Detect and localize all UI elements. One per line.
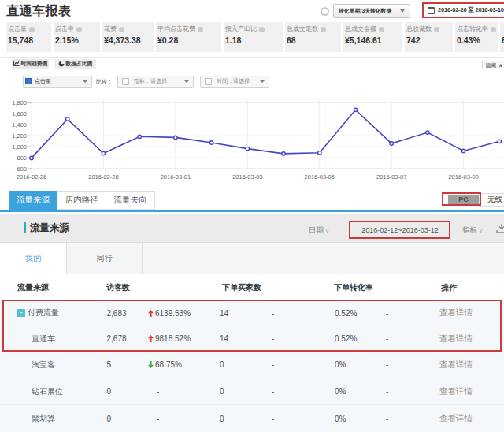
compare-metric-checkbox[interactable] (122, 78, 129, 85)
x-tick-label: 2016-03-07 (376, 173, 406, 181)
line-chart-icon (13, 61, 20, 66)
compare-time-checkbox[interactable] (205, 78, 212, 85)
help-icon[interactable] (76, 27, 82, 32)
download-icon[interactable] (496, 224, 504, 234)
data-point[interactable] (246, 147, 249, 150)
hide-chart-button[interactable]: 隐藏 ∧ (482, 61, 504, 69)
column-header: 下单买家数 (217, 274, 268, 300)
help-icon[interactable] (379, 27, 384, 32)
visitors-trend-value: 68.75% (155, 360, 182, 369)
tab-instore-path[interactable]: 店内路径 (57, 191, 106, 210)
data-point[interactable] (282, 152, 285, 155)
visitors-trend-cell: - (146, 378, 217, 404)
y-tick-label: 1,000 (12, 143, 27, 151)
kpi-value: 2.15% (55, 35, 100, 45)
view-detail-link[interactable]: 查看详情 (439, 413, 472, 424)
compare-time-dropdown[interactable]: 时间：请选择 (200, 76, 269, 88)
annotation-box-section-date (349, 221, 450, 239)
zhitongche-report-page: 直通车报表 转化周期:3天转化数据 2016-02-26 至 2016-03-1… (0, 0, 504, 432)
conversion-cycle-dropdown[interactable]: 转化周期:3天转化数据 (333, 4, 410, 18)
column-header: 操作 (437, 274, 504, 300)
kpi-cell: 花费¥4,373.38 (102, 22, 154, 52)
annotation-box-date-top (422, 2, 504, 18)
data-point[interactable] (174, 136, 177, 139)
tab-traffic-source[interactable]: 流量来源 (9, 191, 57, 210)
tab-data-pie-chart[interactable]: 数据占比图 (54, 59, 96, 69)
conversion-cell: 0% (331, 405, 382, 432)
y-tick-label: 1,600 (12, 110, 27, 117)
column-header: 流量来源 (0, 274, 79, 300)
kpi-label: 花费 (104, 26, 154, 32)
table-row: 淘宝客568.75%0-0%-查看详情 (0, 352, 504, 378)
data-point[interactable] (354, 108, 357, 111)
compare-label: 比较： (96, 78, 113, 86)
view-detail-link[interactable]: 查看详情 (439, 359, 472, 371)
help-icon[interactable] (321, 7, 329, 16)
kpi-label: 总成交金额 (345, 26, 402, 32)
compare-metric-dropdown[interactable]: 指标：请选择 (117, 76, 194, 88)
kpi-cell: 点击转化率0.43% (455, 22, 498, 52)
kpi-value: 15,748 (8, 35, 51, 45)
x-tick-label: 2016-02-28 (88, 173, 118, 181)
conversion-cell: 0% (331, 378, 382, 404)
data-point[interactable] (390, 142, 393, 145)
action-cell: 查看详情 (437, 405, 504, 432)
kpi-cell: 总成交笔数68 (285, 22, 341, 52)
help-icon[interactable] (434, 27, 439, 32)
chevron-down-icon: ∨ (479, 228, 483, 233)
chevron-down-icon (400, 9, 405, 13)
tabbar-underline (0, 210, 504, 212)
data-point[interactable] (461, 149, 465, 152)
tab-traffic-destination[interactable]: 流量去向 (106, 191, 155, 210)
section-metric-dropdown[interactable]: 指标∨ (462, 225, 483, 236)
traffic-source-cell: 钻石展位 (0, 378, 79, 404)
traffic-source-cell: 聚划算 (0, 405, 79, 432)
x-tick-label: 2016-03-01 (161, 173, 191, 181)
data-point[interactable] (426, 131, 429, 134)
view-detail-link[interactable]: 查看详情 (439, 386, 472, 397)
data-point[interactable] (209, 141, 213, 144)
help-icon[interactable] (491, 27, 496, 32)
conversion-cycle-label: 转化周期:3天转化数据 (339, 7, 400, 15)
help-icon[interactable] (321, 27, 326, 32)
chevron-down-icon (83, 80, 87, 83)
column-header: 下单转化率 (331, 274, 382, 300)
kpi-cell: 平均点击花费¥0.28 (156, 22, 221, 52)
table-row: 聚划算0-0-0%-查看详情 (0, 405, 504, 432)
help-icon[interactable] (29, 27, 35, 32)
help-icon[interactable] (119, 27, 124, 32)
tab-data-pie-label: 数据占比图 (66, 60, 93, 68)
data-point[interactable] (102, 151, 105, 155)
kpi-cell: 投入产出比1.18 (224, 22, 283, 52)
visitors-cell: 0 (79, 405, 146, 432)
device-toggle-wireless[interactable]: 无线 (479, 193, 504, 207)
kpi-cell: 点击率2.15% (54, 22, 100, 52)
kpi-label: 总收藏数 (406, 26, 453, 32)
data-point[interactable] (138, 135, 141, 138)
data-point[interactable] (30, 156, 33, 159)
kpi-value: 1.18 (225, 35, 283, 45)
section-accent-bar (24, 222, 26, 233)
data-point[interactable] (318, 151, 321, 155)
subtab-mine[interactable]: 我的 (0, 243, 66, 274)
chart-metric-dropdown[interactable]: 点击量 (23, 76, 92, 88)
compare-metric-placeholder: 指标：请选择 (134, 77, 167, 85)
section-date-dropdown[interactable]: 日期∨ (309, 225, 329, 236)
conversion-trend-cell: - (382, 352, 437, 378)
data-point[interactable] (66, 117, 69, 121)
kpi-label: 总成交笔数 (287, 26, 341, 32)
traffic-source-name: 聚划算 (32, 413, 55, 424)
help-icon[interactable] (198, 27, 203, 32)
visitors-trend-cell: - (146, 405, 217, 432)
y-tick-label: 600 (17, 166, 27, 173)
tab-time-trend-chart[interactable]: 时间趋势图 (12, 59, 49, 69)
subtab-peer[interactable]: 同行 (66, 243, 143, 274)
data-point[interactable] (498, 140, 501, 143)
compare-time-placeholder: 时间：请选择 (217, 77, 250, 85)
x-tick-label: 2016-03-05 (305, 173, 335, 181)
conversion-trend-cell: - (382, 378, 437, 404)
visitors-cell: 5 (79, 352, 146, 378)
help-icon[interactable] (259, 27, 265, 32)
conversion-cell: 0% (331, 352, 382, 378)
traffic-source-cell: 淘宝客 (0, 352, 79, 378)
